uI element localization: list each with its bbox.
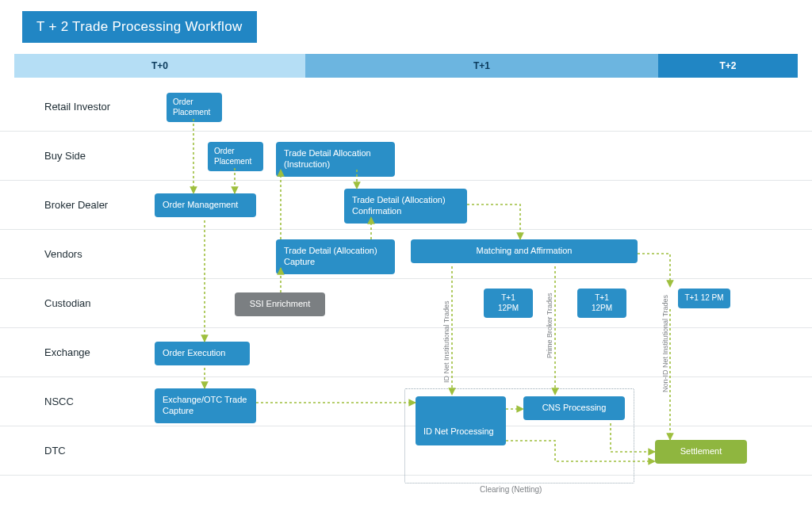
- lane-label: NSCC: [0, 396, 135, 407]
- node-order-placement-retail: Order Placement: [167, 93, 222, 122]
- lane-vendors: Vendors: [0, 230, 812, 279]
- vlabel-prime-broker: Prime Broker Trades: [546, 292, 553, 358]
- lane-label: Exchange: [0, 346, 135, 358]
- period-t0: T+0: [14, 54, 305, 78]
- node-id-net-processing: ID Net Processing: [416, 396, 506, 445]
- node-order-placement-buy: Order Placement: [208, 142, 263, 171]
- lane-label: DTC: [0, 445, 135, 457]
- node-t1-12pm-b: T+1 12PM: [577, 289, 626, 318]
- node-trade-detail-alloc-capture: Trade Detail (Allocation) Capture: [276, 239, 395, 274]
- vlabel-id-net-inst: ID Net Institutional Trades: [442, 300, 450, 383]
- node-order-management: Order Management: [155, 193, 256, 217]
- lane-label: Vendors: [0, 248, 135, 260]
- period-header: T+0 T+1 T+2: [0, 54, 812, 78]
- lane-label: Custodian: [0, 297, 135, 309]
- node-cns-processing: CNS Processing: [523, 396, 625, 420]
- lane-label: Buy Side: [0, 150, 135, 162]
- lane-label: Retail Investor: [0, 101, 135, 113]
- node-trade-detail-alloc-instruction: Trade Detail Allocation (Instruction): [276, 142, 395, 177]
- vlabel-non-id-net-inst: Non-ID Net Institutional Trades: [661, 295, 669, 392]
- lane-label: Broker Dealer: [0, 199, 135, 211]
- period-t2: T+2: [658, 54, 798, 78]
- lane-buyside: Buy Side: [0, 132, 812, 181]
- node-otc-capture: Exchange/OTC Trade Capture: [155, 388, 256, 423]
- clearing-group-label: Clearing (Netting): [480, 485, 542, 494]
- node-ssi-enrichment: SSI Enrichment: [235, 292, 325, 316]
- diagram-title: T + 2 Trade Processing Workflow: [22, 11, 257, 43]
- period-t1: T+1: [305, 54, 658, 78]
- node-settlement: Settlement: [655, 440, 747, 464]
- node-t1-12pm-a: T+1 12PM: [484, 289, 533, 318]
- node-t1-12pm-c: T+1 12 PM: [678, 289, 730, 308]
- node-order-execution: Order Execution: [155, 342, 250, 365]
- node-trade-detail-alloc-confirmation: Trade Detail (Allocation) Confirmation: [344, 189, 467, 224]
- lane-retail: Retail Investor: [0, 82, 812, 132]
- node-matching-affirmation: Matching and Affirmation: [411, 239, 638, 263]
- lane-exchange: Exchange: [0, 328, 812, 377]
